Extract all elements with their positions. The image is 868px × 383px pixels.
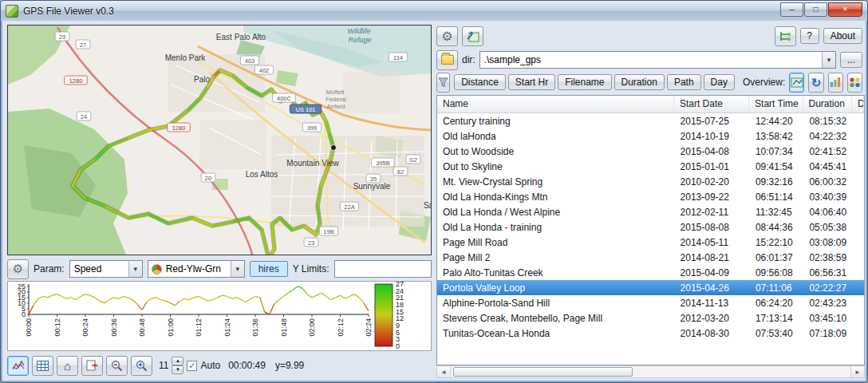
- colorbar-tick-label: 0: [396, 342, 400, 350]
- map-place-label: Wildlife: [348, 27, 371, 35]
- cell-name: Stevens Creak, Montebello, Page Mill: [437, 310, 675, 326]
- refresh-button[interactable]: ↻: [808, 73, 823, 93]
- plot-settings-button[interactable]: ⚙: [7, 259, 29, 279]
- column-header-start-date[interactable]: Start Date: [674, 96, 749, 113]
- palette-button[interactable]: [847, 73, 862, 93]
- spinner-down-icon[interactable]: ▼: [172, 365, 183, 374]
- horizontal-scrollbar[interactable]: ◄ ►: [436, 365, 865, 378]
- road-shield: 22A: [340, 202, 358, 211]
- open-folder-button[interactable]: [436, 50, 458, 70]
- road-shield: 23: [304, 238, 318, 247]
- export-image-button[interactable]: [81, 356, 103, 376]
- sort-button-day[interactable]: Day: [704, 74, 735, 90]
- hires-button[interactable]: hires: [250, 261, 288, 277]
- table-row[interactable]: Old La Honda-Kings Mtn2013-09-2206:51:14…: [437, 189, 864, 204]
- sort-button-distance[interactable]: Distance: [454, 74, 506, 90]
- scrollbar-thumb[interactable]: [453, 367, 633, 377]
- sort-button-filename[interactable]: Filename: [558, 74, 611, 90]
- title-bar[interactable]: GPS File Viewer v0.3 – □ ×: [1, 1, 867, 21]
- svg-text:395B: 395B: [376, 160, 390, 167]
- table-row[interactable]: Tunitas-Ocean-La Honda2014-08-3007:53:40…: [437, 326, 864, 341]
- table-row[interactable]: Old laHonda2014-10-1913:58:4204:22:32: [437, 128, 864, 144]
- cell-name: Out to Woodside: [437, 144, 675, 159]
- map-place-label: Palo: [194, 75, 210, 84]
- table-view-button[interactable]: [32, 356, 53, 376]
- scroll-right-icon[interactable]: ►: [850, 366, 864, 377]
- cell-start_date: 2014-11-13: [675, 295, 750, 310]
- sort-button-start-hr[interactable]: Start Hr: [508, 74, 555, 90]
- cell-distance: [853, 219, 864, 235]
- zoom-out-button[interactable]: [106, 356, 128, 376]
- colormap-select[interactable]: Red-Ylw-Grn ▾: [148, 260, 245, 278]
- column-header-name[interactable]: Name: [437, 96, 674, 113]
- cell-start_time: 07:11:06: [750, 280, 804, 295]
- zoom-spinner[interactable]: ▲ ▼: [172, 357, 183, 374]
- cell-start_time: 06:01:37: [750, 250, 804, 265]
- colorbar: [375, 284, 393, 346]
- column-header-duration[interactable]: Duration: [803, 96, 853, 113]
- table-row[interactable]: Century training2015-07-2512:44:2008:15:…: [437, 113, 864, 128]
- bottom-toolbar: ⌂ 11 ▲ ▼ ✓ Auto 00:00:49 y=9.99: [7, 354, 432, 377]
- auto-checkbox[interactable]: ✓: [187, 361, 197, 371]
- speed-chart-panel[interactable]: 051015202500:0000:1200:2400:3600:4801:00…: [7, 281, 432, 351]
- show-map-button[interactable]: [462, 26, 483, 46]
- param-select[interactable]: Speed ▾: [69, 260, 143, 278]
- help-button[interactable]: ?: [800, 28, 819, 44]
- overview-plot-button[interactable]: [828, 73, 843, 93]
- home-view-button[interactable]: ⌂: [57, 356, 78, 376]
- app-window: GPS File Viewer v0.3 – □ ×: [0, 0, 868, 383]
- table-grid-icon: [37, 361, 49, 371]
- chart-view-button[interactable]: [7, 356, 29, 376]
- spinner-up-icon[interactable]: ▲: [172, 357, 183, 365]
- column-header-dis[interactable]: Dis: [852, 96, 864, 113]
- gps-file-table[interactable]: NameStart DateStart TimeDurationDis Cent…: [436, 95, 865, 365]
- table-row[interactable]: Palo Alto-Tunitas Creek2015-04-0909:56:0…: [437, 265, 864, 280]
- map-place-label: Refuge: [348, 36, 371, 44]
- cell-start_time: 06:51:14: [750, 189, 804, 204]
- scroll-left-icon[interactable]: ◄: [437, 366, 451, 377]
- table-row[interactable]: Alphine-Portola-Sand Hill2014-11-1306:24…: [437, 295, 864, 310]
- column-header-start-time[interactable]: Start Time: [749, 96, 803, 113]
- map-place-label: Mountain View: [286, 159, 339, 168]
- svg-text:29: 29: [59, 34, 65, 41]
- settings-button[interactable]: ⚙: [436, 26, 458, 46]
- table-row[interactable]: Page Mill 22014-08-2106:01:3702:38:59: [437, 250, 864, 265]
- table-row[interactable]: Out to Woodside2015-04-0810:07:3402:41:5…: [437, 144, 864, 159]
- table-row[interactable]: Mt. View-Crystal Spring2010-02-2009:32:1…: [437, 174, 864, 189]
- zoom-in-button[interactable]: [131, 356, 152, 376]
- road-shield: 1280: [168, 123, 191, 132]
- road-shield: 19B: [319, 227, 337, 235]
- ylimits-input[interactable]: [334, 260, 432, 278]
- folder-icon: [441, 55, 454, 65]
- colormap-icon: [152, 264, 162, 274]
- cell-start_time: 09:56:08: [750, 265, 804, 280]
- table-row[interactable]: Stevens Creak, Montebello, Page Mill2012…: [437, 310, 864, 326]
- cell-duration: 05:05:38: [803, 219, 853, 235]
- y-tick-label: 25: [18, 282, 26, 290]
- table-row[interactable]: Out to Skyline2015-01-0109:41:5404:45:41: [437, 159, 864, 174]
- browse-button[interactable]: ...: [840, 52, 862, 68]
- minimize-button[interactable]: –: [780, 2, 803, 17]
- map-panel[interactable]: 29274034021280241280400CUS 1013991142039…: [7, 25, 432, 255]
- maximize-button[interactable]: □: [804, 2, 827, 17]
- sort-button-duration[interactable]: Duration: [614, 74, 665, 90]
- about-button[interactable]: About: [823, 28, 862, 44]
- table-row[interactable]: Old La Honda - training2015-08-0808:44:3…: [437, 219, 864, 235]
- cell-start_date: 2015-08-08: [675, 219, 750, 235]
- map-pin-icon: [791, 77, 803, 88]
- cell-start_time: 10:07:34: [750, 144, 804, 159]
- funnel-icon: [438, 77, 448, 88]
- directory-combobox[interactable]: .\sample_gps ▾: [479, 51, 836, 69]
- road-shield: 1280: [65, 76, 88, 85]
- sort-button-path[interactable]: Path: [667, 74, 701, 90]
- table-row[interactable]: Page Mill Road2014-05-1115:22:1003:08:09: [437, 235, 864, 250]
- close-button[interactable]: ×: [828, 2, 862, 17]
- filter-button[interactable]: [436, 73, 450, 93]
- bar-chart-icon: [830, 77, 842, 88]
- cell-distance: [853, 113, 864, 128]
- overview-map-button[interactable]: [789, 73, 804, 93]
- map-place-label: Moffett: [326, 89, 345, 96]
- path-tree-button[interactable]: [775, 26, 796, 46]
- table-row[interactable]: Old La Honda / West Alpine2012-02-1111:3…: [437, 204, 864, 219]
- table-row[interactable]: Portola Valley Loop2015-04-2607:11:0602:…: [437, 280, 864, 295]
